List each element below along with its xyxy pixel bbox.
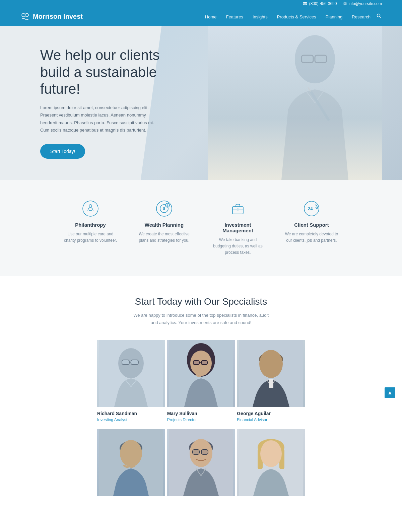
team-photo-george: [237, 340, 305, 407]
nav-item-features[interactable]: Features: [226, 14, 243, 20]
team-card-mary: Mary Sullivan Projects Director: [167, 340, 235, 429]
team-info-6: [237, 496, 305, 518]
team-photo-mary: [167, 340, 235, 407]
team-name-richard: Richard Sandman: [97, 411, 165, 416]
person-silhouette-6: [239, 429, 303, 496]
team-role-richard: Investing Analyst: [97, 417, 165, 422]
features-section: Philanthropy Use our multiple care and c…: [0, 180, 402, 276]
nav-item-planning[interactable]: Planning: [326, 14, 343, 20]
svg-line-3: [380, 17, 382, 18]
hero-cta-button[interactable]: Start Today!: [40, 144, 85, 159]
team-info-5: [167, 496, 235, 518]
specialists-title: Start Today with Our Specialists: [20, 296, 382, 307]
team-card-george: George Aguilar Financial Advisor: [237, 340, 305, 429]
nav-links: Home Features Insights Products & Servic…: [205, 14, 371, 20]
person-silhouette-4: [99, 429, 163, 496]
feature-client-support: 24 Client Support We are completely devo…: [275, 197, 348, 259]
logo[interactable]: Morrison Invest: [20, 12, 83, 22]
nav-item-home[interactable]: Home: [205, 14, 217, 20]
nav-link-insights[interactable]: Insights: [253, 14, 268, 19]
investment-management-icon: [229, 200, 247, 217]
svg-rect-45: [201, 450, 208, 454]
svg-rect-44: [193, 450, 199, 454]
hero-description: Lorem ipsum dolor sit amet, consectetuer…: [40, 104, 161, 134]
svg-point-0: [22, 13, 25, 17]
team-info-mary: Mary Sullivan Projects Director: [167, 407, 235, 429]
feature-wealth-planning: $ $ Wealth Planning We create the most e…: [127, 197, 201, 259]
specialists-section: Start Today with Our Specialists We are …: [0, 276, 402, 518]
team-name-5: [167, 500, 235, 505]
team-info-george: George Aguilar Financial Advisor: [237, 407, 305, 429]
svg-text:$: $: [163, 206, 165, 211]
svg-point-2: [377, 14, 380, 17]
person-silhouette-mary: [169, 340, 233, 407]
feature-philanthropy: Philanthropy Use our multiple care and c…: [54, 197, 127, 259]
team-name-george: George Aguilar: [237, 411, 305, 416]
svg-rect-31: [193, 361, 199, 365]
svg-rect-26: [131, 360, 138, 365]
topbar: ☎ (800)-456-3690 ✉ info@yoursite.com: [0, 0, 402, 7]
svg-rect-37: [269, 379, 273, 388]
nav-item-insights[interactable]: Insights: [253, 14, 268, 20]
phone-info: ☎ (800)-456-3690: [303, 1, 337, 6]
svg-line-9: [308, 88, 310, 91]
team-photo-5: [167, 429, 235, 496]
nav-link-features[interactable]: Features: [226, 14, 243, 19]
person-silhouette-5: [169, 429, 233, 496]
team-name-mary: Mary Sullivan: [167, 411, 235, 416]
team-role-4: [97, 507, 165, 511]
wealth-planning-icon: $ $: [155, 200, 173, 217]
team-role-mary: Projects Director: [167, 417, 235, 422]
nav-item-research[interactable]: Research: [352, 14, 371, 20]
nav-link-research[interactable]: Research: [352, 14, 371, 19]
hero-section: We help our clients build a sustainable …: [0, 26, 402, 180]
philanthropy-icon: [82, 200, 99, 217]
person-silhouette-richard: [99, 340, 163, 407]
person-silhouette-george: [239, 340, 303, 407]
team-role-5: [167, 507, 235, 511]
logo-icon: [20, 12, 30, 22]
team-grid-row2: [97, 429, 305, 518]
email-icon: ✉: [343, 1, 347, 6]
nav-link-planning[interactable]: Planning: [326, 14, 343, 19]
team-photo-6: [237, 429, 305, 496]
feature-support-title: Client Support: [285, 222, 338, 228]
svg-point-10: [83, 201, 98, 216]
svg-point-51: [260, 440, 282, 467]
hero-person-image: [208, 26, 382, 180]
feature-wealth-desc: We create the most effective plans and s…: [137, 231, 191, 244]
team-card-5: [167, 429, 235, 518]
feature-philanthropy-title: Philanthropy: [64, 222, 117, 228]
nav-link-home[interactable]: Home: [205, 14, 217, 19]
feature-support-desc: We are completely devoted to our clients…: [285, 231, 338, 244]
svg-text:24: 24: [308, 206, 313, 211]
client-support-icon: 24: [303, 200, 320, 217]
team-card-6: [237, 429, 305, 518]
phone-icon: ☎: [303, 1, 308, 6]
phone-number: (800)-456-3690: [309, 1, 337, 6]
scroll-top-button[interactable]: ▲: [385, 387, 395, 398]
nav-link-products[interactable]: Products & Services: [277, 14, 316, 19]
hero-title: We help our clients build a sustainable …: [40, 47, 174, 97]
hero-content: We help our clients build a sustainable …: [0, 47, 174, 159]
svg-point-11: [89, 205, 92, 207]
feature-investment-title: Investment Management: [211, 222, 265, 233]
svg-point-1: [25, 13, 28, 17]
nav-item-products[interactable]: Products & Services: [277, 14, 316, 20]
team-photo-richard: [97, 340, 165, 407]
team-role-george: Financial Advisor: [237, 417, 305, 422]
feature-philanthropy-desc: Use our multiple care and charity progra…: [64, 231, 117, 244]
team-card-4: [97, 429, 165, 518]
team-info-4: [97, 496, 165, 518]
feature-investment-desc: We take banking and budgeting duties, as…: [211, 237, 265, 256]
chevron-up-icon: ▲: [387, 390, 393, 396]
team-card-richard: Richard Sandman Investing Analyst: [97, 340, 165, 429]
svg-point-40: [120, 440, 142, 467]
search-icon[interactable]: [377, 13, 382, 20]
svg-point-36: [259, 350, 283, 378]
navbar: Morrison Invest Home Features Insights P…: [0, 7, 402, 26]
svg-text:$: $: [166, 204, 168, 207]
svg-rect-17: [232, 207, 243, 214]
team-name-4: [97, 500, 165, 505]
team-role-6: [237, 507, 305, 511]
